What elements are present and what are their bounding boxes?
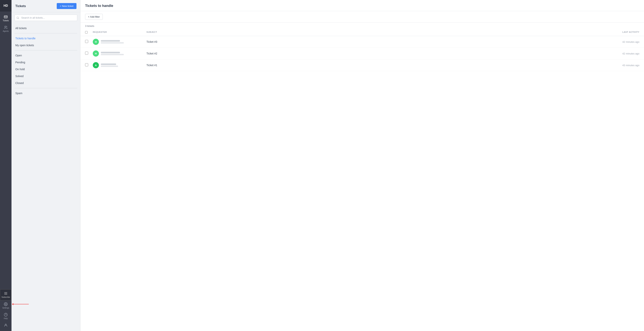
svg-point-4 — [4, 26, 6, 28]
help-icon — [4, 313, 8, 317]
divider-2 — [14, 50, 77, 51]
main-header: Tickets to handle — [80, 0, 644, 11]
tickets-table: REQUESTER SUBJECT LAST ACTIVITY H Ticket… — [80, 29, 644, 331]
subject-cell: Ticket #1 — [146, 64, 605, 67]
row-checkbox-cell — [85, 52, 93, 56]
requester-email-placeholder — [101, 54, 124, 55]
nav-label-agents: Agents — [3, 30, 8, 32]
sidebar-nav: All tickets Tickets to handle My open ti… — [12, 23, 80, 331]
last-activity-cell: 42 minutes ago — [605, 41, 640, 43]
nav-item-settings[interactable]: Settings — [0, 300, 12, 311]
search-icon — [16, 17, 19, 19]
divider-3 — [14, 88, 77, 88]
ticket-checkbox[interactable] — [85, 52, 88, 55]
arrow-line — [14, 304, 29, 304]
arrow-head — [12, 303, 14, 305]
profile-icon — [4, 323, 8, 327]
app-logo: HD — [0, 0, 12, 12]
svg-line-13 — [18, 18, 19, 19]
nav-item-tickets[interactable]: Tickets — [0, 13, 12, 24]
search-container — [12, 12, 80, 23]
sidebar-item-closed[interactable]: Closed — [12, 80, 80, 87]
header-requester: REQUESTER — [93, 31, 146, 34]
main-content: Tickets to handle + Add filter 3 tickets… — [80, 0, 644, 331]
add-filter-button[interactable]: + Add filter — [85, 14, 103, 20]
last-activity-cell: 42 minutes ago — [605, 52, 640, 55]
svg-point-12 — [17, 17, 18, 19]
tickets-icon — [4, 15, 8, 19]
header-subject: SUBJECT — [146, 31, 605, 34]
nav-items-list: Tickets Agents — [0, 12, 12, 289]
requester-email-placeholder — [101, 66, 118, 67]
row-checkbox-cell — [85, 63, 93, 67]
requester-cell: A — [93, 62, 146, 68]
settings-icon — [4, 302, 8, 306]
table-row[interactable]: H Ticket #2 42 minutes ago — [80, 48, 644, 60]
header-checkbox-cell — [85, 31, 93, 34]
nav-bottom-items: Subscribe Settings Help — [0, 289, 12, 331]
sidebar-item-on-hold[interactable]: On hold — [12, 66, 80, 73]
add-filter-label: + Add filter — [88, 15, 100, 18]
filter-bar: + Add filter — [80, 11, 644, 23]
subscribe-icon — [4, 291, 8, 295]
sidebar-item-spam[interactable]: Spam — [12, 90, 80, 97]
sidebar-item-my-open-tickets[interactable]: My open tickets — [12, 42, 80, 49]
requester-cell: H — [93, 39, 146, 45]
nav-item-subscribe[interactable]: Subscribe — [0, 289, 12, 300]
table-row[interactable]: H Ticket #3 42 minutes ago — [80, 36, 644, 48]
arrow-indicator — [12, 303, 29, 305]
requester-info — [101, 64, 118, 67]
requester-info — [101, 52, 124, 55]
avatar: H — [93, 39, 99, 45]
requester-name-placeholder — [101, 64, 116, 65]
select-all-checkbox[interactable] — [85, 31, 88, 34]
requester-cell: H — [93, 51, 146, 57]
requester-name-placeholder — [101, 40, 120, 42]
sidebar-item-all-tickets[interactable]: All tickets — [12, 25, 80, 32]
svg-rect-0 — [4, 16, 8, 18]
sidebar-item-solved[interactable]: Solved — [12, 73, 80, 80]
ticket-checkbox[interactable] — [85, 40, 88, 43]
row-checkbox-cell — [85, 40, 93, 44]
sidebar-item-tickets-to-handle[interactable]: Tickets to handle — [12, 35, 80, 42]
table-row[interactable]: A Ticket #1 43 minutes ago — [80, 60, 644, 71]
nav-label-tickets: Tickets — [3, 20, 8, 22]
left-navigation: HD Tickets Agents — [0, 0, 12, 331]
avatar: A — [93, 62, 99, 68]
sidebar: Tickets + New ticket All tickets Tickets… — [12, 0, 80, 331]
sidebar-item-pending[interactable]: Pending — [12, 59, 80, 66]
sidebar-header: Tickets + New ticket — [12, 0, 80, 12]
requester-name-placeholder — [101, 52, 120, 53]
nav-label-settings: Settings — [2, 307, 9, 309]
page-title: Tickets to handle — [85, 4, 640, 8]
avatar: H — [93, 51, 99, 57]
new-ticket-button[interactable]: + New ticket — [57, 3, 76, 9]
search-input[interactable] — [14, 15, 77, 21]
requester-email-placeholder — [101, 42, 124, 44]
agents-icon — [4, 26, 8, 29]
subject-cell: Ticket #2 — [146, 52, 605, 55]
sidebar-item-open[interactable]: Open — [12, 52, 80, 59]
nav-label-help: Help — [4, 317, 8, 319]
last-activity-cell: 43 minutes ago — [605, 64, 640, 67]
nav-label-subscribe: Subscribe — [2, 296, 10, 298]
sidebar-title: Tickets — [15, 5, 26, 8]
ticket-checkbox[interactable] — [85, 63, 88, 66]
svg-point-8 — [5, 304, 6, 305]
table-header-row: REQUESTER SUBJECT LAST ACTIVITY — [80, 29, 644, 36]
nav-item-profile[interactable] — [0, 321, 12, 329]
ticket-count: 3 tickets — [80, 23, 644, 29]
search-wrapper — [14, 15, 77, 21]
subject-cell: Ticket #3 — [146, 40, 605, 43]
nav-item-help[interactable]: Help — [0, 311, 12, 321]
nav-item-agents[interactable]: Agents — [0, 24, 12, 34]
header-last-activity: LAST ACTIVITY — [605, 31, 640, 34]
requester-info — [101, 40, 124, 44]
